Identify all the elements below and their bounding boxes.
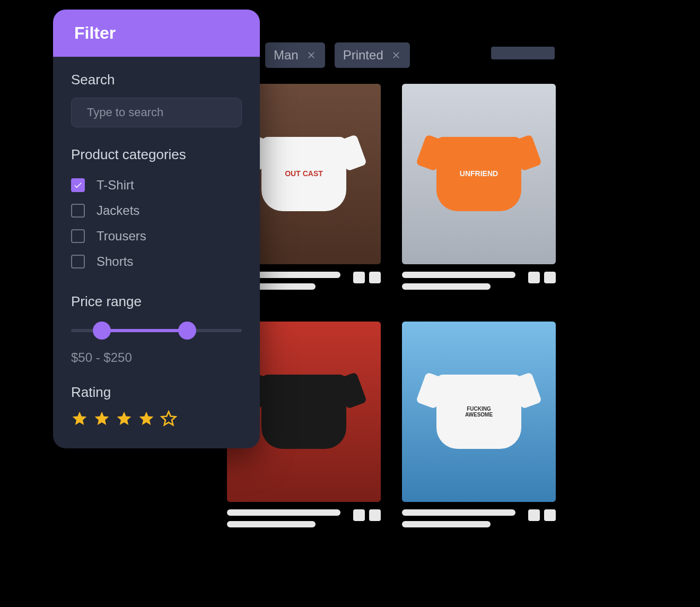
slider-handle-max[interactable] (178, 322, 196, 340)
product-actions (528, 272, 556, 283)
action-btn-skeleton[interactable] (528, 509, 540, 521)
search-box[interactable] (71, 98, 242, 127)
price-slider[interactable] (71, 319, 242, 341)
action-btn-skeleton[interactable] (353, 509, 365, 521)
categories-section-label: Product categories (71, 146, 242, 163)
category-list: T-Shirt Jackets Trousers Shorts (71, 172, 242, 274)
slider-handle-min[interactable] (93, 322, 111, 340)
product-image: FUCKING AWESOME (402, 322, 556, 502)
search-section-label: Search (71, 72, 242, 88)
category-label: Trousers (97, 229, 146, 244)
product-image: UNFRIEND (402, 84, 556, 264)
product-actions (353, 509, 381, 521)
slider-fill (102, 329, 187, 332)
product-actions (353, 272, 381, 283)
product-actions (528, 509, 556, 521)
action-btn-skeleton[interactable] (369, 272, 381, 283)
category-tshirt[interactable]: T-Shirt (71, 172, 242, 198)
checkbox-icon (71, 229, 85, 243)
price-section-label: Price range (71, 293, 242, 310)
price-range-text: $50 - $250 (71, 350, 242, 365)
star-icon[interactable] (71, 410, 88, 427)
category-label: Shorts (97, 254, 133, 269)
search-input[interactable] (87, 106, 233, 119)
action-btn-skeleton[interactable] (544, 272, 556, 283)
action-btn-skeleton[interactable] (528, 272, 540, 283)
category-jackets[interactable]: Jackets (71, 198, 242, 223)
shirt-graphic-text: OUT CAST (285, 170, 323, 178)
action-btn-skeleton[interactable] (353, 272, 365, 283)
rating-stars[interactable] (71, 410, 242, 427)
rating-section-label: Rating (71, 384, 242, 401)
checkbox-icon (71, 255, 85, 268)
product-title-skeleton (402, 272, 528, 295)
category-trousers[interactable]: Trousers (71, 223, 242, 249)
product-listing: Man Printed OUT CAST UNFRIEND (223, 0, 700, 68)
shirt-graphic-text: FUCKING AWESOME (458, 406, 500, 418)
filter-title: Filter (53, 10, 260, 57)
product-title-skeleton (402, 509, 528, 533)
checkbox-icon (71, 178, 85, 192)
checkbox-icon (71, 204, 85, 218)
star-outline-icon[interactable] (160, 410, 177, 427)
search-icon (80, 106, 81, 119)
shirt-graphic-text: UNFRIEND (460, 170, 498, 178)
category-shorts[interactable]: Shorts (71, 249, 242, 274)
action-btn-skeleton[interactable] (369, 509, 381, 521)
category-label: T-Shirt (97, 178, 134, 193)
star-icon[interactable] (116, 410, 133, 427)
filter-panel: Filter Search Product categories T-Shirt… (53, 10, 260, 448)
star-icon[interactable] (93, 410, 110, 427)
product-grid: OUT CAST UNFRIEND (223, 0, 556, 533)
category-label: Jackets (97, 203, 139, 218)
star-icon[interactable] (138, 410, 155, 427)
product-card[interactable]: UNFRIEND (402, 84, 556, 295)
action-btn-skeleton[interactable] (544, 509, 556, 521)
product-card[interactable]: FUCKING AWESOME (402, 322, 556, 533)
product-title-skeleton (227, 509, 353, 533)
